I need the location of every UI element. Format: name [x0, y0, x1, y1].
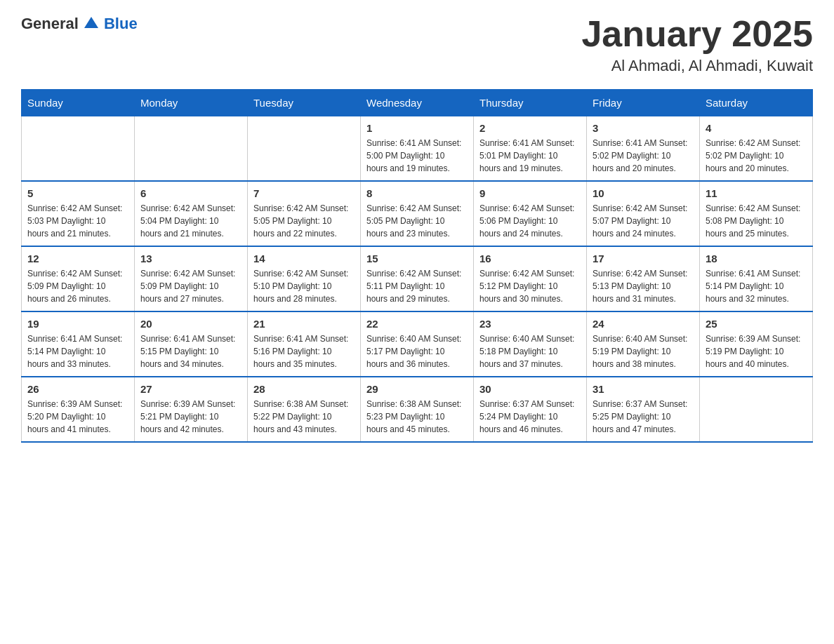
calendar-cell: 13Sunrise: 6:42 AM Sunset: 5:09 PM Dayli…	[135, 246, 248, 311]
day-number: 14	[253, 253, 355, 264]
day-info: Sunrise: 6:37 AM Sunset: 5:24 PM Dayligh…	[479, 398, 581, 436]
title-block: January 2025 Al Ahmadi, Al Ahmadi, Kuwai…	[581, 14, 813, 75]
calendar-week-row: 19Sunrise: 6:41 AM Sunset: 5:14 PM Dayli…	[22, 311, 813, 377]
calendar-week-row: 12Sunrise: 6:42 AM Sunset: 5:09 PM Dayli…	[22, 246, 813, 311]
calendar-cell: 27Sunrise: 6:39 AM Sunset: 5:21 PM Dayli…	[135, 377, 248, 442]
day-info: Sunrise: 6:41 AM Sunset: 5:16 PM Dayligh…	[253, 333, 355, 370]
day-number: 23	[479, 318, 581, 330]
calendar-week-row: 5Sunrise: 6:42 AM Sunset: 5:03 PM Daylig…	[22, 181, 813, 246]
weekday-header-saturday: Saturday	[700, 90, 813, 116]
calendar-cell: 22Sunrise: 6:40 AM Sunset: 5:17 PM Dayli…	[361, 311, 474, 377]
weekday-header-sunday: Sunday	[22, 90, 135, 116]
weekday-header-tuesday: Tuesday	[248, 90, 361, 116]
day-number: 20	[140, 318, 241, 330]
calendar-cell: 26Sunrise: 6:39 AM Sunset: 5:20 PM Dayli…	[22, 377, 135, 442]
calendar-cell: 6Sunrise: 6:42 AM Sunset: 5:04 PM Daylig…	[135, 181, 248, 246]
day-number: 27	[140, 383, 241, 395]
calendar-cell: 2Sunrise: 6:41 AM Sunset: 5:01 PM Daylig…	[474, 116, 587, 182]
calendar-cell: 30Sunrise: 6:37 AM Sunset: 5:24 PM Dayli…	[474, 377, 587, 442]
logo-general-text: General	[21, 15, 79, 33]
logo-icon	[81, 14, 101, 34]
calendar-cell: 16Sunrise: 6:42 AM Sunset: 5:12 PM Dayli…	[474, 246, 587, 311]
day-number: 21	[253, 318, 355, 330]
logo: General Blue	[21, 14, 138, 34]
day-number: 19	[27, 318, 128, 330]
weekday-header-thursday: Thursday	[474, 90, 587, 116]
day-info: Sunrise: 6:39 AM Sunset: 5:20 PM Dayligh…	[27, 398, 128, 436]
weekday-header-wednesday: Wednesday	[361, 90, 474, 116]
calendar-cell	[700, 377, 813, 442]
day-number: 11	[706, 187, 807, 199]
day-info: Sunrise: 6:42 AM Sunset: 5:09 PM Dayligh…	[140, 267, 241, 305]
logo-blue-text: Blue	[104, 15, 138, 33]
calendar-cell: 14Sunrise: 6:42 AM Sunset: 5:10 PM Dayli…	[248, 246, 361, 311]
calendar-cell: 23Sunrise: 6:40 AM Sunset: 5:18 PM Dayli…	[474, 311, 587, 377]
day-number: 8	[366, 187, 468, 199]
day-info: Sunrise: 6:39 AM Sunset: 5:21 PM Dayligh…	[140, 398, 241, 436]
day-info: Sunrise: 6:42 AM Sunset: 5:05 PM Dayligh…	[253, 202, 355, 240]
day-number: 12	[27, 253, 128, 264]
day-number: 26	[27, 383, 128, 395]
calendar-cell: 25Sunrise: 6:39 AM Sunset: 5:19 PM Dayli…	[700, 311, 813, 377]
calendar-cell: 5Sunrise: 6:42 AM Sunset: 5:03 PM Daylig…	[22, 181, 135, 246]
page-header: General Blue January 2025 Al Ahmadi, Al …	[21, 14, 813, 75]
calendar-week-row: 1Sunrise: 6:41 AM Sunset: 5:00 PM Daylig…	[22, 116, 813, 182]
day-number: 1	[366, 122, 468, 134]
weekday-header-friday: Friday	[587, 90, 700, 116]
calendar-cell: 7Sunrise: 6:42 AM Sunset: 5:05 PM Daylig…	[248, 181, 361, 246]
day-info: Sunrise: 6:41 AM Sunset: 5:14 PM Dayligh…	[27, 333, 128, 370]
calendar-cell: 24Sunrise: 6:40 AM Sunset: 5:19 PM Dayli…	[587, 311, 700, 377]
location-title: Al Ahmadi, Al Ahmadi, Kuwait	[581, 57, 813, 75]
day-number: 30	[479, 383, 581, 395]
day-info: Sunrise: 6:42 AM Sunset: 5:08 PM Dayligh…	[706, 202, 807, 240]
calendar-cell: 11Sunrise: 6:42 AM Sunset: 5:08 PM Dayli…	[700, 181, 813, 246]
day-info: Sunrise: 6:41 AM Sunset: 5:01 PM Dayligh…	[479, 137, 581, 175]
day-number: 2	[479, 122, 581, 134]
day-info: Sunrise: 6:42 AM Sunset: 5:05 PM Dayligh…	[366, 202, 468, 240]
day-number: 10	[593, 187, 694, 199]
calendar-cell: 15Sunrise: 6:42 AM Sunset: 5:11 PM Dayli…	[361, 246, 474, 311]
weekday-header-monday: Monday	[135, 90, 248, 116]
day-info: Sunrise: 6:41 AM Sunset: 5:14 PM Dayligh…	[706, 267, 807, 305]
day-number: 29	[366, 383, 468, 395]
day-number: 17	[593, 253, 694, 264]
calendar-cell: 17Sunrise: 6:42 AM Sunset: 5:13 PM Dayli…	[587, 246, 700, 311]
day-number: 25	[706, 318, 807, 330]
day-info: Sunrise: 6:39 AM Sunset: 5:19 PM Dayligh…	[706, 333, 807, 370]
calendar-cell: 12Sunrise: 6:42 AM Sunset: 5:09 PM Dayli…	[22, 246, 135, 311]
day-info: Sunrise: 6:38 AM Sunset: 5:22 PM Dayligh…	[253, 398, 355, 436]
calendar-cell	[248, 116, 361, 182]
day-info: Sunrise: 6:38 AM Sunset: 5:23 PM Dayligh…	[366, 398, 468, 436]
day-info: Sunrise: 6:42 AM Sunset: 5:04 PM Dayligh…	[140, 202, 241, 240]
day-info: Sunrise: 6:42 AM Sunset: 5:11 PM Dayligh…	[366, 267, 468, 305]
calendar-cell: 8Sunrise: 6:42 AM Sunset: 5:05 PM Daylig…	[361, 181, 474, 246]
calendar-cell: 10Sunrise: 6:42 AM Sunset: 5:07 PM Dayli…	[587, 181, 700, 246]
day-info: Sunrise: 6:37 AM Sunset: 5:25 PM Dayligh…	[593, 398, 694, 436]
day-info: Sunrise: 6:42 AM Sunset: 5:03 PM Dayligh…	[27, 202, 128, 240]
day-number: 6	[140, 187, 241, 199]
day-number: 9	[479, 187, 581, 199]
day-number: 4	[706, 122, 807, 134]
calendar-cell: 28Sunrise: 6:38 AM Sunset: 5:22 PM Dayli…	[248, 377, 361, 442]
calendar-cell: 31Sunrise: 6:37 AM Sunset: 5:25 PM Dayli…	[587, 377, 700, 442]
calendar-cell: 19Sunrise: 6:41 AM Sunset: 5:14 PM Dayli…	[22, 311, 135, 377]
day-info: Sunrise: 6:42 AM Sunset: 5:12 PM Dayligh…	[479, 267, 581, 305]
day-number: 15	[366, 253, 468, 264]
calendar-cell: 4Sunrise: 6:42 AM Sunset: 5:02 PM Daylig…	[700, 116, 813, 182]
weekday-header-row: SundayMondayTuesdayWednesdayThursdayFrid…	[22, 90, 813, 116]
day-info: Sunrise: 6:41 AM Sunset: 5:00 PM Dayligh…	[366, 137, 468, 175]
calendar-cell: 21Sunrise: 6:41 AM Sunset: 5:16 PM Dayli…	[248, 311, 361, 377]
calendar-cell: 29Sunrise: 6:38 AM Sunset: 5:23 PM Dayli…	[361, 377, 474, 442]
day-number: 3	[593, 122, 694, 134]
day-number: 24	[593, 318, 694, 330]
day-number: 16	[479, 253, 581, 264]
day-info: Sunrise: 6:41 AM Sunset: 5:02 PM Dayligh…	[593, 137, 694, 175]
day-info: Sunrise: 6:42 AM Sunset: 5:07 PM Dayligh…	[593, 202, 694, 240]
day-number: 31	[593, 383, 694, 395]
day-info: Sunrise: 6:42 AM Sunset: 5:06 PM Dayligh…	[479, 202, 581, 240]
day-info: Sunrise: 6:41 AM Sunset: 5:15 PM Dayligh…	[140, 333, 241, 370]
month-title: January 2025	[581, 14, 813, 54]
day-number: 7	[253, 187, 355, 199]
calendar-cell: 1Sunrise: 6:41 AM Sunset: 5:00 PM Daylig…	[361, 116, 474, 182]
day-info: Sunrise: 6:42 AM Sunset: 5:02 PM Dayligh…	[706, 137, 807, 175]
